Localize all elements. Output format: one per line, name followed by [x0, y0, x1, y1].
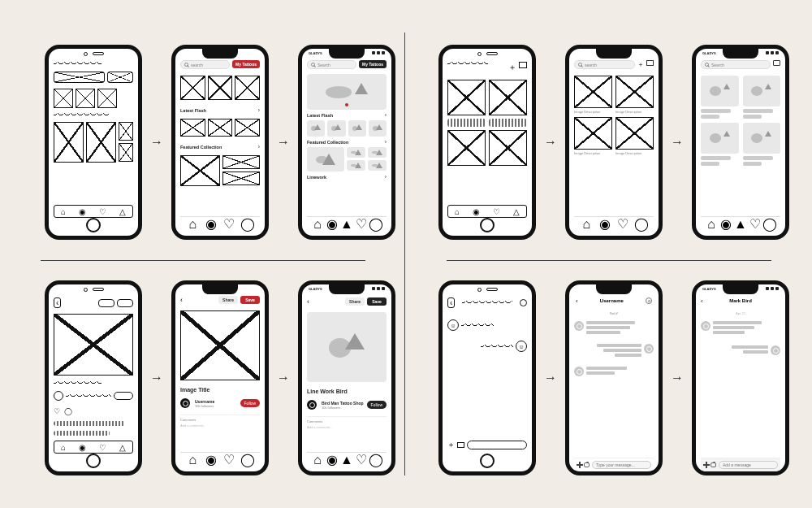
- plus-icon[interactable]: ＋: [508, 62, 516, 73]
- plus-icon[interactable]: ＋: [447, 440, 455, 450]
- gallery-card[interactable]: [574, 76, 612, 108]
- home-icon[interactable]: ⌂: [313, 220, 322, 228]
- avatar[interactable]: [180, 398, 190, 408]
- gallery-card[interactable]: [701, 123, 739, 154]
- home-icon[interactable]: ⌂: [455, 207, 460, 216]
- bell-icon[interactable]: △: [513, 207, 520, 216]
- sketch-card[interactable]: [447, 80, 486, 115]
- featured-thumb[interactable]: [347, 160, 365, 171]
- wire-thumb[interactable]: [208, 76, 233, 100]
- sketch-card[interactable]: [447, 130, 486, 166]
- featured-thumb[interactable]: [347, 147, 365, 158]
- bell-icon[interactable]: ▲: [343, 456, 351, 464]
- sketch-pill[interactable]: [107, 72, 133, 83]
- sketch-thumb[interactable]: [76, 89, 95, 108]
- eye-icon[interactable]: ◉: [207, 456, 215, 464]
- avatar[interactable]: [307, 400, 317, 410]
- wire-thumb[interactable]: [180, 119, 205, 137]
- sketch-card[interactable]: [489, 130, 527, 166]
- profile-icon[interactable]: ◯: [766, 220, 774, 228]
- home-button[interactable]: [86, 454, 101, 468]
- gallery-card[interactable]: [743, 123, 781, 154]
- gallery-card[interactable]: [615, 76, 654, 108]
- wire-thumb[interactable]: [222, 172, 261, 185]
- sketch-pill[interactable]: [117, 299, 133, 307]
- gear-icon[interactable]: [646, 297, 652, 304]
- back-button[interactable]: ‹: [307, 297, 309, 306]
- sketch-card[interactable]: [54, 122, 84, 163]
- detail-hero[interactable]: [307, 312, 387, 382]
- section-featured[interactable]: Featured Collection›: [307, 139, 387, 145]
- sketch-card[interactable]: [119, 143, 133, 162]
- eye-icon[interactable]: ◉: [328, 456, 336, 464]
- heart-icon[interactable]: ♡: [357, 456, 365, 464]
- featured-thumb[interactable]: [368, 160, 387, 171]
- home-button[interactable]: [480, 454, 495, 468]
- wire-thumb[interactable]: [222, 155, 261, 169]
- my-tattoos-button[interactable]: My Tattoos: [359, 60, 387, 68]
- eye-icon[interactable]: ◉: [722, 220, 730, 228]
- home-button[interactable]: [480, 218, 495, 232]
- follow-button[interactable]: Follow: [367, 401, 387, 409]
- heart-icon[interactable]: ♡: [619, 220, 627, 228]
- sketch-card[interactable]: [86, 122, 116, 163]
- profile-icon[interactable]: ◯: [637, 220, 646, 228]
- bell-icon[interactable]: △: [119, 443, 126, 452]
- flash-thumb[interactable]: [327, 120, 345, 137]
- sketch-pill[interactable]: [98, 299, 114, 307]
- gallery-card[interactable]: [701, 76, 739, 106]
- home-icon[interactable]: ⌂: [707, 220, 715, 228]
- eye-icon[interactable]: ◉: [79, 443, 86, 452]
- home-icon[interactable]: ⌂: [188, 456, 197, 464]
- sketch-avatar[interactable]: [54, 391, 63, 401]
- search-input[interactable]: Search: [701, 60, 771, 69]
- mail-icon[interactable]: [773, 60, 780, 66]
- wire-thumb[interactable]: [208, 119, 233, 137]
- camera-icon[interactable]: [457, 442, 464, 448]
- save-button[interactable]: Save: [367, 297, 387, 306]
- featured-thumb[interactable]: [307, 147, 344, 172]
- gallery-card[interactable]: [615, 117, 654, 150]
- heart-icon[interactable]: ♡: [54, 407, 60, 415]
- heart-icon[interactable]: ♡: [357, 220, 365, 228]
- wire-thumb[interactable]: [180, 76, 205, 100]
- heart-icon[interactable]: ♡: [99, 443, 106, 452]
- message-input[interactable]: [719, 461, 778, 469]
- wire-thumb[interactable]: [235, 76, 260, 100]
- plus-icon[interactable]: [577, 462, 581, 468]
- profile-icon[interactable]: ◯: [244, 456, 252, 464]
- search-input[interactable]: search: [574, 60, 635, 69]
- sketch-hero[interactable]: [54, 314, 133, 376]
- back-button[interactable]: ‹: [54, 297, 61, 308]
- gallery-card[interactable]: [743, 76, 781, 106]
- home-icon[interactable]: ⌂: [188, 220, 197, 228]
- profile-icon[interactable]: ◯: [244, 220, 252, 228]
- home-icon[interactable]: ⌂: [313, 456, 322, 464]
- sketch-follow[interactable]: [114, 392, 133, 400]
- section-linework[interactable]: Linework›: [307, 174, 387, 180]
- eye-icon[interactable]: ◉: [328, 220, 336, 228]
- sketch-thumb[interactable]: [54, 89, 73, 108]
- eye-icon[interactable]: ◉: [601, 220, 609, 228]
- gear-icon[interactable]: [520, 299, 527, 306]
- sketch-input[interactable]: [467, 441, 527, 449]
- heart-icon[interactable]: ♡: [225, 220, 233, 228]
- featured-thumb[interactable]: [368, 147, 387, 158]
- bell-icon[interactable]: ▲: [736, 220, 745, 228]
- mail-icon[interactable]: [519, 62, 527, 68]
- message-input[interactable]: [592, 461, 651, 469]
- wire-thumb[interactable]: [235, 119, 260, 137]
- profile-icon[interactable]: ◯: [372, 456, 380, 464]
- profile-icon[interactable]: ◯: [372, 220, 380, 228]
- wire-thumb[interactable]: [180, 155, 220, 186]
- follow-button[interactable]: Follow: [240, 399, 260, 407]
- eye-icon[interactable]: ◉: [473, 207, 480, 216]
- back-button[interactable]: ‹: [180, 296, 183, 304]
- plus-icon[interactable]: [703, 462, 708, 468]
- back-button[interactable]: ‹: [576, 297, 578, 305]
- gallery-card[interactable]: [574, 117, 612, 150]
- my-tattoos-button[interactable]: My Tattoos: [232, 60, 260, 68]
- sketch-card[interactable]: [119, 122, 133, 141]
- bell-icon[interactable]: ▲: [343, 220, 351, 228]
- home-button[interactable]: [86, 218, 101, 232]
